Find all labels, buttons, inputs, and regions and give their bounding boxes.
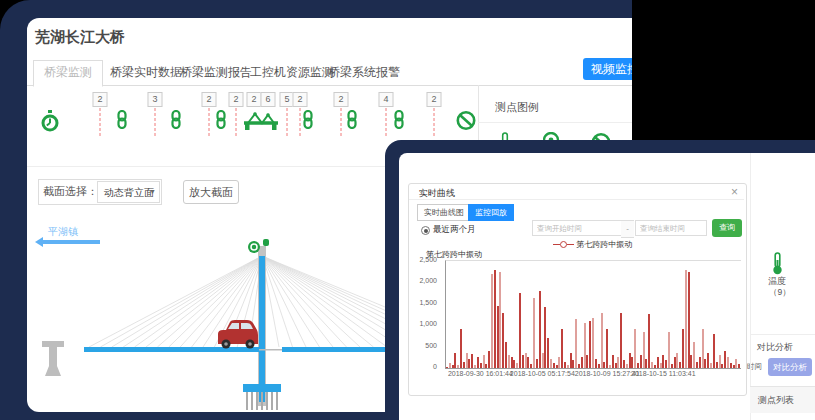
sensor-dash-line [100, 108, 101, 136]
chart-bar [511, 357, 513, 368]
chart-bar [623, 360, 625, 368]
chart-bar [735, 359, 737, 368]
chart-bar [690, 355, 692, 368]
chart-bar [730, 363, 732, 368]
chart-bar [643, 332, 645, 368]
chart-bar [547, 338, 549, 368]
chart-bar [485, 364, 487, 368]
chart-legend[interactable]: 第七跨跨中振动 [553, 239, 632, 249]
chart-bar [505, 342, 507, 368]
compare-analysis-button[interactable]: 对比分析 [768, 358, 812, 376]
chart-bar [575, 319, 577, 368]
chart-bar [525, 353, 527, 368]
bridge-deck-left [84, 347, 259, 352]
chart-bar [696, 362, 698, 368]
chart-bar [556, 365, 558, 368]
chart-bar [733, 365, 735, 368]
chart-bar [704, 359, 706, 368]
bridge-left-pier [42, 341, 64, 376]
measure-point-legend-title: 测点图例 [495, 100, 539, 115]
sensor-dash-line [209, 108, 210, 136]
chart-bar [564, 362, 566, 368]
chart-bar [707, 353, 709, 368]
chart-bar [497, 306, 499, 368]
chart-bar [530, 364, 532, 368]
chart-bar [702, 329, 704, 368]
chart-bar [522, 355, 524, 368]
sensor-dash-line [287, 108, 288, 136]
main-tab-0[interactable]: 桥梁监测 [33, 60, 103, 87]
point-list-label[interactable]: 测点列表 [758, 394, 794, 407]
chart-bar [601, 313, 603, 368]
chart-bar [519, 293, 521, 368]
sensor-dash-line [341, 108, 342, 136]
temperature-count: （9） [769, 287, 791, 299]
chart-bar [488, 351, 490, 368]
sensor-count-badge: 2 [334, 92, 349, 107]
chart-bar [578, 364, 580, 368]
enlarge-section-button[interactable]: 放大截面 [183, 180, 239, 204]
chart-bar [539, 291, 541, 368]
chart-bar [668, 332, 670, 368]
sensor-dash-line [300, 108, 301, 136]
chart-bar [586, 355, 588, 368]
sensor-count-badge: 2 [202, 92, 217, 107]
chart-bar [716, 362, 718, 368]
y-tick-label: 2,500 [419, 256, 437, 263]
section-select-dropdown[interactable]: 动态背立面 ▼ [97, 181, 160, 203]
chart-bar [727, 357, 729, 368]
query-start-time-input[interactable] [532, 220, 622, 236]
input-separator: - [621, 220, 634, 238]
sensor-dash-line [386, 108, 387, 136]
chart-bar [483, 355, 485, 368]
radio-last-two-months[interactable] [421, 226, 430, 235]
legend-marker [567, 244, 574, 245]
chart-bar [477, 357, 479, 368]
chart-bar [699, 357, 701, 368]
chain-link-icon[interactable] [116, 110, 128, 133]
chain-link-icon[interactable] [346, 110, 358, 133]
chart-bar [471, 354, 473, 368]
close-icon[interactable]: × [731, 185, 738, 199]
sensor-count-badge: 2 [293, 92, 308, 107]
chart-bar [572, 360, 574, 368]
chart-bar [533, 298, 535, 368]
chart-bar [581, 357, 583, 368]
sensor-count-badge: 2 [229, 92, 244, 107]
main-tab-4[interactable]: 桥梁系统报警 [318, 61, 410, 84]
chart-bar [685, 270, 687, 368]
query-end-time-input[interactable] [635, 220, 707, 236]
chart-bar [452, 365, 454, 368]
chart-bar [550, 359, 552, 368]
chart-bar [612, 355, 614, 368]
chart-bar [584, 323, 586, 368]
chart-bar [665, 360, 667, 368]
y-tick-label: 1,000 [419, 320, 437, 327]
chart-bar [499, 272, 501, 368]
chain-link-icon[interactable] [393, 110, 405, 133]
chart-bar [719, 355, 721, 368]
chart-bar [592, 318, 594, 368]
truss-sensor-icon[interactable] [243, 110, 279, 136]
tab-monitor-playback[interactable]: 监控回放 [468, 204, 514, 221]
sensor-count-badge: 6 [261, 92, 276, 107]
chart-bar [682, 329, 684, 368]
chart-bar [617, 357, 619, 368]
chain-link-icon[interactable] [170, 110, 182, 133]
sensor-count-badge: 2 [427, 92, 442, 107]
chart-plot-area [445, 260, 741, 369]
screen: 芜湖长江大桥 桥梁监测桥梁实时数据桥梁监测报告工控机资源监测桥梁系统报警 视频监… [0, 0, 815, 420]
section-select-label: 截面选择： [43, 184, 98, 199]
query-button[interactable]: 查询 [712, 219, 742, 237]
divider [409, 199, 744, 200]
chart-bar [463, 362, 465, 368]
chain-link-icon[interactable] [215, 110, 227, 133]
chart-bar [640, 355, 642, 368]
chain-link-icon[interactable] [302, 110, 314, 133]
chart-bar [631, 357, 633, 368]
y-tick-label: 2,000 [419, 277, 437, 284]
chart-x-axis: 2018-09-30 16:01:442018-10-05 05:17:5420… [445, 370, 740, 380]
chart-bar [662, 355, 664, 368]
chart-bar [598, 364, 600, 368]
tab-realtime-curve[interactable]: 实时曲线图 [417, 204, 471, 221]
